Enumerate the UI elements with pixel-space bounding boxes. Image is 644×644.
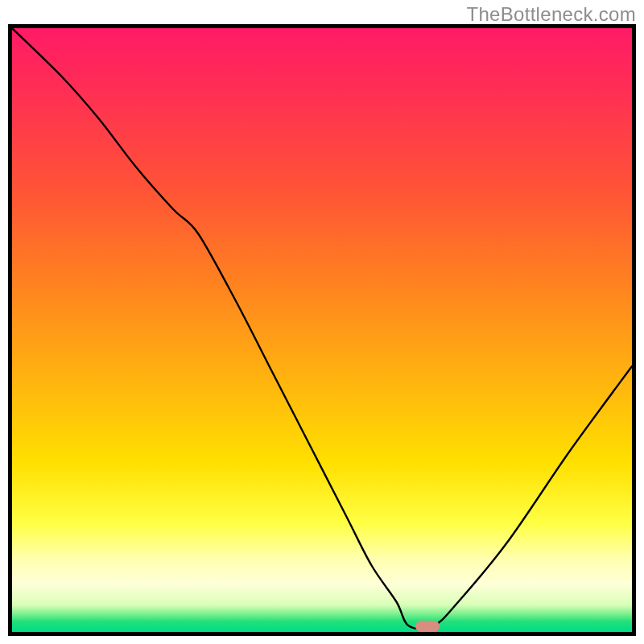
bottleneck-curve [12,28,632,632]
watermark-text: TheBottleneck.com [466,3,636,26]
plot-area [8,24,636,636]
marker-pill [415,621,440,632]
chart-frame [8,24,636,636]
